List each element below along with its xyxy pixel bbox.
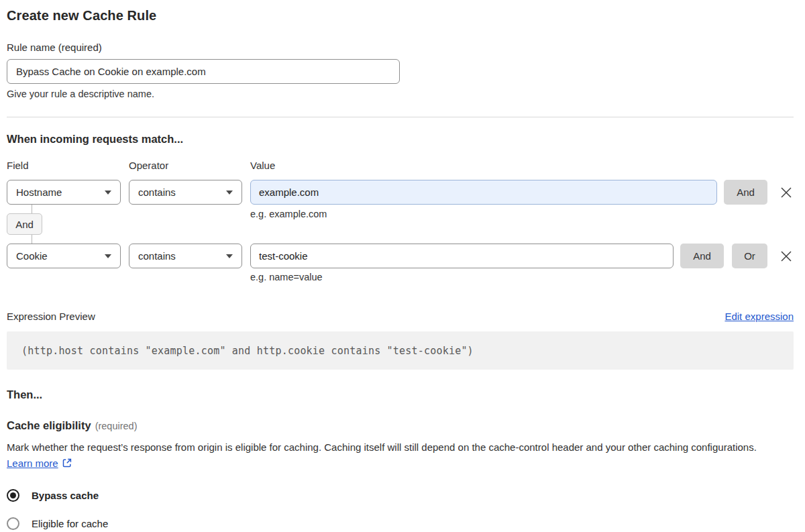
or-button[interactable]: Or: [732, 244, 767, 268]
connector-line: [32, 235, 32, 244]
builder-column-headers: Field Operator Value: [7, 160, 794, 171]
rule-name-helper: Give your rule a descriptive name.: [7, 89, 794, 99]
expression-preview-header: Expression Preview Edit expression: [7, 311, 794, 322]
eligible-for-cache-option[interactable]: Eligible for cache: [7, 517, 794, 530]
spacer: [7, 268, 250, 282]
caret-down-icon: [105, 254, 111, 258]
cache-eligibility-title: Cache eligibility: [7, 419, 91, 431]
value-input[interactable]: [250, 244, 674, 268]
cache-eligibility-heading: Cache eligibility(required): [7, 419, 794, 432]
edit-expression-link[interactable]: Edit expression: [724, 311, 794, 322]
connector-and-button[interactable]: And: [7, 213, 42, 235]
connector: And: [7, 205, 250, 244]
field-select-value: Hostname: [16, 187, 62, 198]
and-button[interactable]: And: [680, 244, 724, 268]
radio-selected-icon[interactable]: [7, 489, 19, 502]
create-cache-rule-form: Create new Cache Rule Rule name (require…: [0, 0, 805, 530]
radio-unselected-icon[interactable]: [7, 517, 19, 530]
value-input[interactable]: [250, 180, 717, 205]
required-note: (required): [95, 421, 138, 431]
condition-row: Cookie contains And Or: [7, 244, 794, 268]
x-icon: [779, 185, 794, 200]
value-hint: e.g. name=value: [250, 272, 323, 282]
connector-and-hint-row: And e.g. example.com: [7, 205, 794, 244]
operator-select[interactable]: contains: [129, 244, 242, 268]
caret-down-icon: [105, 191, 111, 195]
operator-select-value: contains: [138, 250, 176, 262]
expression-code: (http.host contains "example.com" and ht…: [21, 345, 474, 357]
eligible-for-cache-label: Eligible for cache: [32, 518, 108, 529]
caret-down-icon: [226, 254, 233, 258]
page-title: Create new Cache Rule: [7, 8, 794, 23]
match-section-heading: When incoming requests match...: [7, 133, 794, 146]
field-select[interactable]: Hostname: [7, 180, 121, 205]
caret-down-icon: [226, 191, 233, 195]
connector-line: [32, 205, 32, 213]
expression-code-block: (http.host contains "example.com" and ht…: [7, 331, 794, 370]
field-select-value: Cookie: [16, 250, 48, 262]
condition-row: Hostname contains And: [7, 180, 794, 205]
then-heading: Then...: [7, 388, 794, 401]
rule-name-label: Rule name (required): [7, 42, 794, 53]
remove-row-button[interactable]: [779, 249, 794, 264]
hint-row: e.g. name=value: [7, 268, 794, 282]
learn-more-link[interactable]: Learn more: [7, 458, 58, 469]
rule-name-input[interactable]: [7, 59, 400, 84]
expression-preview-label: Expression Preview: [7, 311, 95, 322]
bypass-cache-option[interactable]: Bypass cache: [7, 489, 794, 502]
cache-eligibility-description: Mark whether the request’s response from…: [7, 439, 785, 473]
section-divider: [7, 117, 794, 117]
value-column-label: Value: [250, 160, 794, 171]
field-select[interactable]: Cookie: [7, 244, 121, 268]
operator-select-value: contains: [138, 187, 176, 198]
value-hint: e.g. example.com: [250, 209, 327, 219]
remove-row-button[interactable]: [779, 185, 794, 200]
x-icon: [779, 249, 794, 264]
operator-select[interactable]: contains: [129, 180, 242, 205]
description-text: Mark whether the request’s response from…: [7, 441, 757, 453]
operator-column-label: Operator: [129, 160, 242, 171]
field-column-label: Field: [7, 160, 121, 171]
and-button[interactable]: And: [724, 180, 767, 205]
bypass-cache-label: Bypass cache: [32, 490, 99, 501]
external-link-icon: [62, 457, 72, 473]
